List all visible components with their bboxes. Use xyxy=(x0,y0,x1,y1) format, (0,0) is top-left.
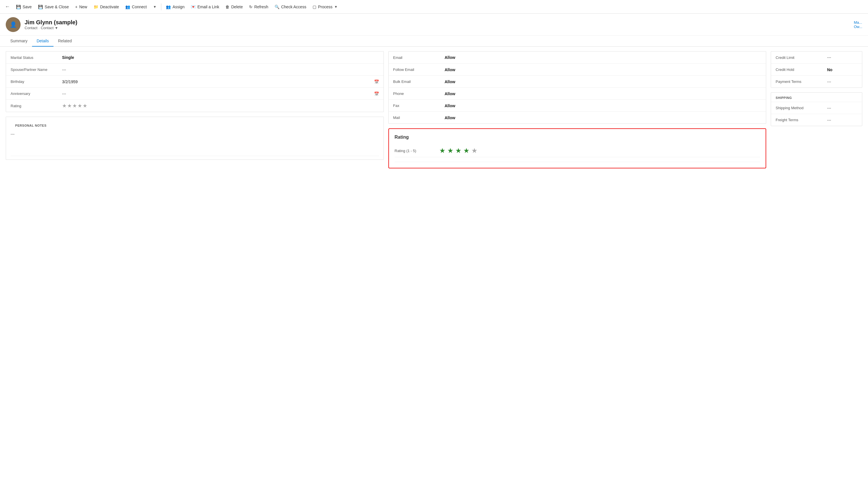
star-3[interactable]: ★ xyxy=(455,147,461,155)
mail-pref-label: Mail xyxy=(393,115,445,120)
contact-info: Jim Glynn (sample) Contact · Contact ▼ xyxy=(25,19,77,30)
rating-popup: Rating Rating (1 - 5) ★ ★ ★ ★ ★ xyxy=(389,128,766,168)
star-2[interactable]: ★ xyxy=(447,147,454,155)
mail-pref-value: Allow xyxy=(445,115,762,120)
contact-name: Jim Glynn (sample) xyxy=(25,19,77,26)
connect-button[interactable]: 👥 Connect xyxy=(122,3,150,11)
breadcrumb-separator: · xyxy=(39,26,40,30)
bulk-email-label: Bulk Email xyxy=(393,79,445,84)
personal-notes-title: PERSONAL NOTES xyxy=(11,120,379,129)
contact-header: 👤 Jim Glynn (sample) Contact · Contact ▼… xyxy=(0,14,868,36)
follow-email-value: Allow xyxy=(445,67,762,72)
dropdown-button[interactable]: ▼ xyxy=(150,3,159,11)
star-5[interactable]: ★ xyxy=(471,147,477,155)
refresh-icon: ↻ xyxy=(249,4,253,9)
birthday-calendar-icon[interactable]: 📅 xyxy=(374,79,379,84)
star-1[interactable]: ★ xyxy=(439,147,445,155)
left-column: Marital Status Single Spouse/Partner Nam… xyxy=(6,51,389,492)
new-button[interactable]: + New xyxy=(72,3,90,11)
payment-terms-row: Payment Terms --- xyxy=(771,76,862,88)
breadcrumb-2[interactable]: Contact xyxy=(41,26,54,30)
connect-icon: 👥 xyxy=(125,4,130,9)
credit-hold-value: No xyxy=(827,67,857,72)
tab-summary[interactable]: Summary xyxy=(6,36,32,47)
personal-notes-value[interactable]: --- xyxy=(11,129,379,139)
breadcrumb-1[interactable]: Contact xyxy=(25,26,37,30)
follow-email-row: Follow Email Allow xyxy=(389,63,766,76)
anniversary-row: Anniversary --- 📅 xyxy=(6,88,383,99)
credit-limit-value: --- xyxy=(827,55,857,60)
anniversary-calendar-icon[interactable]: 📅 xyxy=(374,92,379,96)
anniversary-label: Anniversary xyxy=(11,92,62,96)
chevron-down-icon: ▼ xyxy=(153,5,156,9)
tab-bar: Summary Details Related xyxy=(0,36,868,47)
marital-status-label: Marital Status xyxy=(11,56,62,60)
tab-related[interactable]: Related xyxy=(54,36,76,47)
delete-icon: 🗑 xyxy=(225,4,229,9)
rating-popup-label: Rating (1 - 5) xyxy=(395,149,435,153)
spouse-name-label: Spouse/Partner Name xyxy=(11,67,62,72)
process-button[interactable]: ▢ Process ▼ xyxy=(310,3,340,11)
save-close-button[interactable]: 💾 Save & Close xyxy=(35,3,72,11)
freight-terms-row: Freight Terms --- xyxy=(771,114,862,126)
email-link-button[interactable]: 💌 Email a Link xyxy=(188,3,222,11)
process-dropdown-icon: ▼ xyxy=(334,5,337,9)
middle-column: Email Allow Follow Email Allow Bulk Emai… xyxy=(389,51,771,492)
freight-terms-label: Freight Terms xyxy=(776,118,827,122)
fax-pref-label: Fax xyxy=(393,104,445,108)
spouse-name-row: Spouse/Partner Name --- xyxy=(6,63,383,76)
toolbar: ← 💾 Save 💾 Save & Close + New 📁 Deactiva… xyxy=(0,0,868,14)
phone-pref-label: Phone xyxy=(393,92,445,96)
toolbar-separator xyxy=(161,3,161,10)
shipping-method-row: Shipping Method --- xyxy=(771,102,862,114)
star-4[interactable]: ★ xyxy=(463,147,470,155)
back-button[interactable]: ← xyxy=(2,2,13,12)
credit-hold-row: Credit Hold No xyxy=(771,63,862,76)
rating-popup-stars[interactable]: ★ ★ ★ ★ ★ xyxy=(439,147,477,155)
check-access-icon: 🔍 xyxy=(275,4,279,9)
main-content: Marital Status Single Spouse/Partner Nam… xyxy=(0,47,868,496)
process-icon: ▢ xyxy=(313,4,316,9)
assign-button[interactable]: 👥 Assign xyxy=(163,3,187,11)
birthday-label: Birthday xyxy=(11,79,62,84)
birthday-value: 3/2/1959 📅 xyxy=(62,79,379,84)
breadcrumb-dropdown-icon[interactable]: ▼ xyxy=(55,26,58,30)
email-pref-row: Email Allow xyxy=(389,51,766,63)
refresh-button[interactable]: ↻ Refresh xyxy=(246,3,271,11)
rating-label: Rating xyxy=(11,104,62,108)
phone-pref-row: Phone Allow xyxy=(389,88,766,99)
deactivate-button[interactable]: 📁 Deactivate xyxy=(91,3,122,11)
rating-popup-row: Rating (1 - 5) ★ ★ ★ ★ ★ xyxy=(395,144,760,157)
breadcrumb: Contact · Contact ▼ xyxy=(25,26,77,30)
email-icon: 💌 xyxy=(191,4,196,9)
birthday-row: Birthday 3/2/1959 📅 xyxy=(6,76,383,88)
contact-preferences-card: Email Allow Follow Email Allow Bulk Emai… xyxy=(389,51,766,124)
payment-terms-label: Payment Terms xyxy=(776,79,827,84)
deactivate-icon: 📁 xyxy=(93,4,98,9)
fax-pref-value: Allow xyxy=(445,104,762,108)
marital-status-row: Marital Status Single xyxy=(6,51,383,63)
personal-info-card: Marital Status Single Spouse/Partner Nam… xyxy=(6,51,384,112)
assign-icon: 👥 xyxy=(166,4,171,9)
follow-email-label: Follow Email xyxy=(393,67,445,72)
credit-limit-row: Credit Limit --- xyxy=(771,51,862,63)
check-access-button[interactable]: 🔍 Check Access xyxy=(272,3,309,11)
rating-stars[interactable]: ★★★★★ xyxy=(62,103,88,109)
shipping-title: SHIPPING xyxy=(771,93,862,102)
shipping-method-label: Shipping Method xyxy=(776,106,827,110)
anniversary-value: --- 📅 xyxy=(62,92,379,96)
right-column: Credit Limit --- Credit Hold No Payment … xyxy=(771,51,862,492)
shipping-method-value: --- xyxy=(827,106,857,110)
mail-pref-row: Mail Allow xyxy=(389,111,766,124)
spouse-name-value: --- xyxy=(62,67,379,72)
credit-limit-label: Credit Limit xyxy=(776,56,827,60)
delete-button[interactable]: 🗑 Delete xyxy=(223,3,245,11)
shipping-card: SHIPPING Shipping Method --- Freight Ter… xyxy=(771,92,862,126)
freight-terms-value: --- xyxy=(827,118,857,122)
bulk-email-row: Bulk Email Allow xyxy=(389,76,766,88)
save-icon: 💾 xyxy=(16,4,21,9)
save-button[interactable]: 💾 Save xyxy=(13,3,35,11)
billing-card: Credit Limit --- Credit Hold No Payment … xyxy=(771,51,862,88)
fax-pref-row: Fax Allow xyxy=(389,99,766,111)
tab-details[interactable]: Details xyxy=(32,36,54,47)
